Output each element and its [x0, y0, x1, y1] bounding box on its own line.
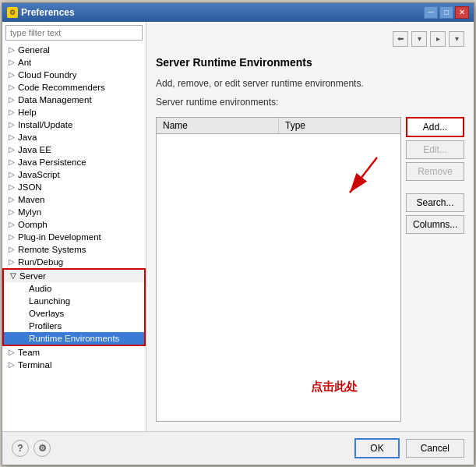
tree-item-label: Maven	[18, 195, 45, 204]
toolbar-forward-button[interactable]: ▸	[430, 31, 446, 47]
tree-item-label: Java EE	[18, 145, 51, 154]
arrow-icon: ▷	[9, 257, 16, 266]
ok-button[interactable]: OK	[354, 438, 399, 458]
tree-item-server-runtime-environments[interactable]: ▷ Runtime Environments	[4, 332, 144, 345]
arrow-icon: ▷	[9, 245, 16, 253]
tree-item-data-management[interactable]: ▷ Data Management	[2, 94, 146, 106]
tree-item-java-ee[interactable]: ▷ Java EE	[2, 143, 146, 156]
buttons-panel: Add... Edit... Remove Search... Columns.…	[406, 117, 464, 422]
tree-item-label: JSON	[18, 182, 42, 192]
table-header: Name Type	[157, 118, 400, 134]
bottom-left: ? ⚙	[12, 440, 51, 457]
arrow-icon: ▷	[9, 170, 16, 179]
tree-item-plugin-development[interactable]: ▷ Plug-in Development	[2, 231, 146, 243]
svg-line-1	[350, 157, 377, 193]
toolbar-menu-button[interactable]: ▾	[449, 31, 464, 47]
arrow-icon: ▷	[9, 360, 16, 369]
tree-item-label: Code Recommenders	[18, 83, 105, 92]
panel-table-label: Server runtime environments:	[156, 97, 464, 108]
arrow-icon: ▷	[9, 83, 16, 91]
arrow-icon: ▷	[9, 108, 16, 116]
table-body: 点击此处	[157, 134, 400, 418]
tree-item-label: Data Management	[18, 95, 92, 104]
tree-item-java-persistence[interactable]: ▷ Java Persistence	[2, 156, 146, 168]
tree-item-install-update[interactable]: ▷ Install/Update	[2, 119, 146, 131]
filter-input[interactable]	[5, 25, 143, 41]
tree-item-label: Cloud Foundry	[18, 70, 76, 80]
tree-item-label: Java	[18, 133, 37, 142]
tree-item-java[interactable]: ▷ Java	[2, 131, 146, 143]
remove-button[interactable]: Remove	[406, 162, 464, 181]
panel-title: Server Runtime Environments	[156, 56, 464, 69]
arrow-icon: ▷	[9, 195, 16, 203]
tree-item-cloud-foundry[interactable]: ▷ Cloud Foundry	[2, 69, 146, 81]
tree-item-general[interactable]: ▷ General	[2, 44, 146, 56]
expand-arrow-icon: ▽	[10, 271, 18, 280]
arrow-icon: ▷	[9, 95, 16, 104]
tree-item-maven[interactable]: ▷ Maven	[2, 193, 146, 206]
tree-item-label: Remote Systems	[18, 245, 86, 254]
right-panel: ⬅ ▾ ▸ ▾ Server Runtime Environments Add,…	[146, 22, 474, 431]
column-type: Type	[279, 118, 400, 133]
help-button[interactable]: ?	[12, 440, 29, 457]
toolbar-back-button[interactable]: ⬅	[393, 31, 408, 47]
server-table: Name Type 点击此处	[156, 117, 401, 422]
settings-bottom-button[interactable]: ⚙	[33, 440, 51, 457]
tree-item-oomph[interactable]: ▷ Oomph	[2, 218, 146, 231]
annotation-text: 点击此处	[311, 380, 358, 394]
tree-item-help[interactable]: ▷ Help	[2, 106, 146, 119]
tree-item-team[interactable]: ▷ Team	[2, 346, 146, 359]
tree-item-label: Ant	[18, 58, 31, 67]
title-bar-left: ⚙ Preferences	[7, 7, 75, 18]
tree-item-label: Mylyn	[18, 207, 41, 217]
window-icon: ⚙	[7, 7, 18, 18]
tree-item-run-debug[interactable]: ▷ Run/Debug	[2, 256, 146, 268]
arrow-icon: ▷	[9, 120, 16, 129]
maximize-button[interactable]: □	[439, 6, 453, 19]
tree-item-label: Help	[18, 108, 37, 117]
minimize-button[interactable]: ─	[424, 6, 438, 19]
add-button[interactable]: Add...	[406, 117, 464, 137]
tree-item-label: Plug-in Development	[18, 232, 101, 242]
tree-item-ant[interactable]: ▷ Ant	[2, 56, 146, 69]
search-button[interactable]: Search...	[406, 193, 464, 212]
table-and-buttons: Name Type 点击此处	[156, 117, 464, 422]
tree-item-server-profilers[interactable]: ▷ Profilers	[4, 320, 144, 332]
arrow-icon: ▷	[9, 232, 16, 241]
tree-item-label: Run/Debug	[18, 257, 63, 267]
tree-item-label: Profilers	[29, 321, 62, 331]
tree-item-mylyn[interactable]: ▷ Mylyn	[2, 206, 146, 218]
tree-item-label: Oomph	[18, 220, 48, 229]
server-section: ▽ Server ▷ Audio ▷ Launching ▷ Overlays	[2, 268, 146, 346]
columns-button[interactable]: Columns...	[406, 215, 464, 234]
cancel-button[interactable]: Cancel	[406, 439, 464, 458]
tree-item-code-recommenders[interactable]: ▷ Code Recommenders	[2, 81, 146, 94]
tree-item-label: Team	[18, 348, 40, 357]
tree-item-server[interactable]: ▽ Server	[4, 270, 144, 282]
arrow-icon: ▷	[9, 207, 16, 216]
tree-item-label: JavaScript	[18, 170, 60, 179]
tree-item-label: Launching	[29, 296, 70, 306]
tree-container[interactable]: ▷ General ▷ Ant ▷ Cloud Foundry ▷ Code R…	[2, 44, 146, 431]
tree-item-remote-systems[interactable]: ▷ Remote Systems	[2, 243, 146, 256]
bottom-bar: ? ⚙ OK Cancel	[2, 431, 474, 465]
tree-item-javascript[interactable]: ▷ JavaScript	[2, 168, 146, 181]
toolbar-area: ⬅ ▾ ▸ ▾	[156, 31, 464, 47]
tree-item-label: Terminal	[18, 360, 51, 370]
tree-item-json[interactable]: ▷ JSON	[2, 181, 146, 193]
tree-item-server-launching[interactable]: ▷ Launching	[4, 295, 144, 307]
arrow-icon: ▷	[9, 58, 16, 66]
window-title: Preferences	[21, 7, 75, 18]
toolbar-dropdown-button[interactable]: ▾	[411, 31, 427, 47]
dialog-content: ▷ General ▷ Ant ▷ Cloud Foundry ▷ Code R…	[2, 22, 474, 431]
tree-item-server-overlays[interactable]: ▷ Overlays	[4, 307, 144, 320]
arrow-icon: ▷	[9, 348, 16, 356]
tree-item-terminal[interactable]: ▷ Terminal	[2, 359, 146, 371]
tree-item-server-audio[interactable]: ▷ Audio	[4, 282, 144, 295]
edit-button[interactable]: Edit...	[406, 140, 464, 159]
close-button[interactable]: ✕	[455, 6, 469, 19]
left-panel: ▷ General ▷ Ant ▷ Cloud Foundry ▷ Code R…	[2, 22, 146, 431]
panel-description: Add, remove, or edit server runtime envi…	[156, 78, 464, 89]
tree-item-label: Audio	[29, 284, 51, 293]
tree-item-label: Java Persistence	[18, 157, 86, 167]
